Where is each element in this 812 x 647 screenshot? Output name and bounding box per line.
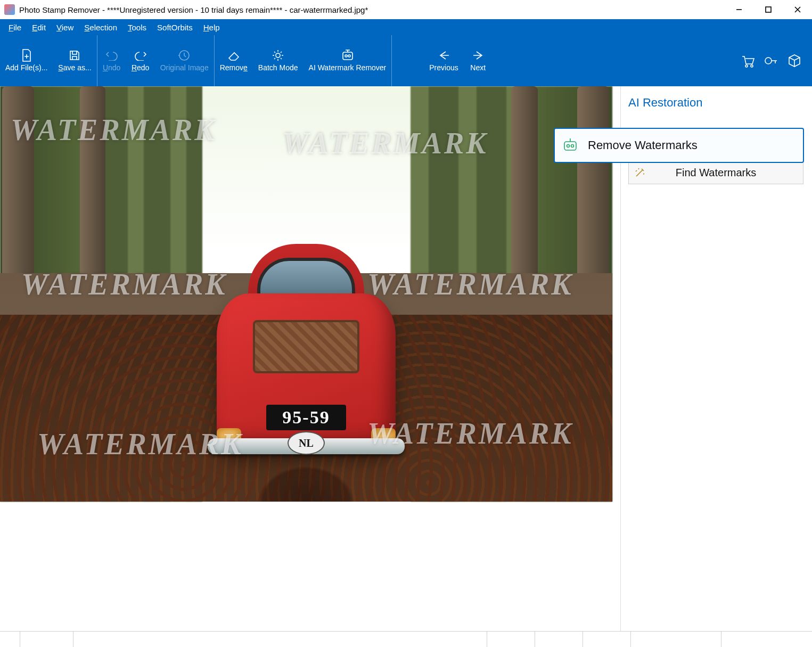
watermark-text: WATERMARK — [367, 416, 573, 451]
license-plate: 95-59 — [266, 405, 346, 430]
add-file-icon — [20, 48, 34, 62]
svg-point-7 — [345, 55, 347, 57]
batch-mode-button[interactable]: Batch Mode — [253, 35, 304, 86]
watermark-text: WATERMARK — [282, 126, 488, 160]
menu-selection[interactable]: Selection — [80, 22, 121, 33]
remove-button[interactable]: Remove — [215, 35, 253, 86]
eraser-icon — [227, 48, 241, 62]
previous-label: Previous — [429, 63, 458, 72]
maximize-button[interactable] — [753, 0, 783, 19]
add-files-button[interactable]: Add File(s)... — [0, 35, 53, 86]
svg-rect-12 — [564, 142, 576, 150]
minimize-button[interactable] — [724, 0, 753, 19]
statusbar — [0, 631, 812, 647]
svg-point-13 — [567, 145, 570, 148]
key-icon[interactable] — [763, 53, 779, 69]
undo-button[interactable]: Undo — [97, 35, 126, 86]
add-files-label: Add File(s)... — [5, 63, 47, 72]
ai-watermark-remover-button[interactable]: AI Watermark Remover — [304, 35, 392, 86]
batch-mode-label: Batch Mode — [258, 63, 298, 72]
menubar: File Edit View Selection Tools SoftOrbit… — [0, 19, 812, 35]
original-image-button[interactable]: Original Image — [155, 35, 214, 86]
menu-softorbits[interactable]: SoftOrbits — [153, 22, 197, 33]
toolbar: Add File(s)... Save as... Undo Redo Orig… — [0, 35, 812, 86]
status-cell — [535, 632, 583, 647]
save-as-button[interactable]: Save as... — [53, 35, 96, 86]
side-panel: AI Restoration Remove Watermarks Find Wa… — [620, 86, 812, 631]
gear-icon — [271, 48, 285, 62]
status-cell — [73, 632, 487, 647]
workspace: 95-59 NL WATERMARK WATERMARK WATERMARK W… — [0, 86, 812, 631]
remove-watermarks-button[interactable]: Remove Watermarks — [554, 128, 804, 163]
titlebar: Photo Stamp Remover - ****Unregistered v… — [0, 0, 812, 19]
status-cell — [487, 632, 535, 647]
find-watermarks-button[interactable]: Find Watermarks — [628, 161, 803, 184]
history-icon — [177, 48, 191, 62]
close-button[interactable] — [783, 0, 812, 19]
side-panel-title: AI Restoration — [628, 96, 803, 110]
status-cell — [0, 632, 20, 647]
arrow-left-icon — [437, 48, 451, 62]
redo-icon — [134, 48, 147, 62]
menu-help[interactable]: Help — [199, 22, 224, 33]
save-icon — [68, 48, 81, 62]
svg-point-10 — [751, 65, 753, 67]
svg-point-11 — [765, 58, 772, 64]
remove-watermarks-label: Remove Watermarks — [588, 138, 698, 152]
next-button[interactable]: Next — [464, 35, 493, 86]
previous-button[interactable]: Previous — [424, 35, 463, 86]
svg-point-8 — [348, 55, 350, 57]
canvas-pane[interactable]: 95-59 NL WATERMARK WATERMARK WATERMARK W… — [0, 86, 620, 631]
watermark-text: WATERMARK — [11, 113, 217, 147]
menu-edit[interactable]: Edit — [28, 22, 50, 33]
status-cell — [721, 632, 812, 647]
window-title: Photo Stamp Remover - ****Unregistered v… — [19, 5, 724, 14]
watermark-text: WATERMARK — [37, 427, 243, 461]
redo-label: Redo — [132, 63, 149, 72]
magic-wand-icon — [634, 167, 646, 178]
svg-point-9 — [745, 65, 748, 67]
undo-icon — [105, 48, 119, 62]
menu-file[interactable]: File — [4, 22, 26, 33]
original-image-label: Original Image — [160, 63, 209, 72]
undo-label: Undo — [103, 63, 120, 72]
menu-view[interactable]: View — [52, 22, 78, 33]
cart-icon[interactable] — [740, 53, 756, 69]
next-label: Next — [470, 63, 486, 72]
find-watermarks-label: Find Watermarks — [676, 167, 757, 179]
status-cell — [583, 632, 631, 647]
ai-watermark-remover-label: AI Watermark Remover — [309, 63, 387, 72]
remove-label: Remove — [220, 63, 248, 72]
robot-icon — [340, 48, 354, 62]
svg-rect-1 — [766, 7, 771, 12]
menu-tools[interactable]: Tools — [124, 22, 151, 33]
image-viewport: 95-59 NL WATERMARK WATERMARK WATERMARK W… — [0, 86, 612, 502]
arrow-right-icon — [471, 48, 485, 62]
status-cell — [20, 632, 73, 647]
watermark-text: WATERMARK — [367, 267, 573, 301]
svg-point-5 — [276, 53, 280, 58]
svg-rect-6 — [343, 52, 352, 60]
country-oval: NL — [288, 431, 325, 455]
robot-icon — [562, 137, 578, 153]
save-as-label: Save as... — [58, 63, 91, 72]
status-cell — [631, 632, 721, 647]
svg-point-14 — [571, 145, 574, 148]
watermark-text: WATERMARK — [21, 267, 227, 301]
redo-button[interactable]: Redo — [126, 35, 155, 86]
package-icon[interactable] — [786, 53, 802, 69]
app-icon — [4, 4, 15, 15]
